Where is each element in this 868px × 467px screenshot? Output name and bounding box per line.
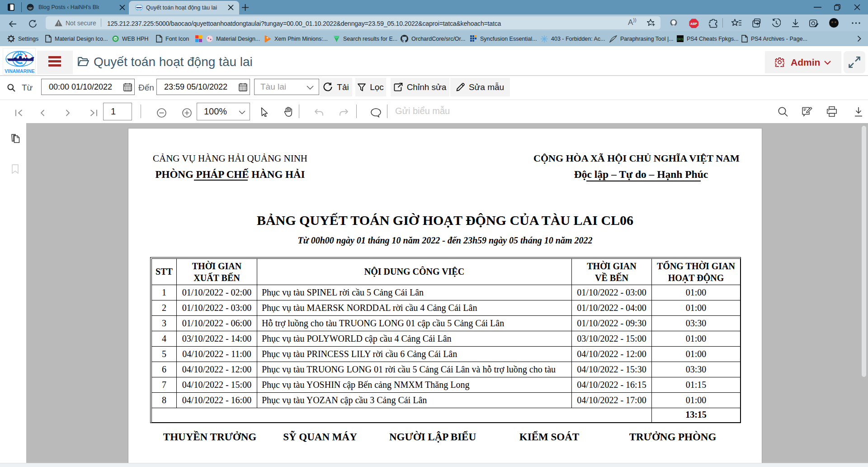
- svg-text:DKS: DKS: [677, 38, 684, 41]
- svg-text:ABP: ABP: [690, 22, 697, 25]
- svg-text:M: M: [114, 38, 117, 40]
